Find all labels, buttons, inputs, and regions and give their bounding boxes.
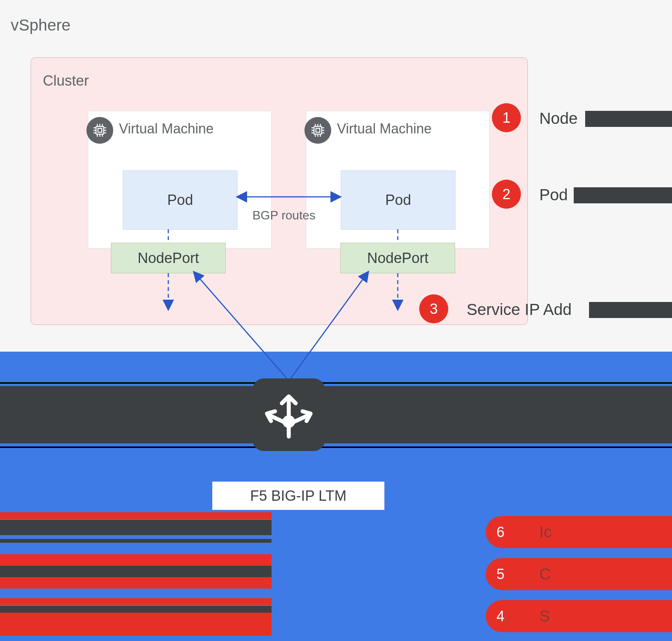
stripe	[0, 539, 272, 543]
badge-number: 6	[496, 524, 504, 540]
pod-box-2: Pod	[341, 170, 456, 230]
stripe	[0, 554, 272, 566]
svg-rect-14	[314, 127, 322, 134]
annotation-overlay	[589, 302, 672, 318]
annotation-badge-5: 5	[486, 560, 532, 589]
cluster-label: Cluster	[43, 73, 89, 89]
nodeport-box-1: NodePort	[111, 243, 226, 273]
svg-rect-15	[316, 128, 320, 132]
bgp-routes-label: BGP routes	[252, 208, 316, 222]
annotation-text-1: Node	[539, 109, 578, 128]
badge-number: 5	[496, 566, 504, 583]
divider	[0, 382, 672, 384]
svg-rect-1	[98, 128, 102, 132]
stripe	[0, 520, 272, 535]
stripe	[0, 566, 272, 577]
annotation-badge-6: 6	[486, 518, 532, 547]
load-balancer-label: F5 BIG-IP LTM	[212, 482, 384, 510]
annotation-badge-4: 4	[486, 602, 532, 631]
stripe	[0, 613, 272, 636]
cpu-chip-icon	[86, 117, 113, 144]
vsphere-label: vSphere	[11, 16, 70, 34]
stripe	[0, 606, 272, 613]
badge-number: 1	[502, 110, 510, 126]
nodeport-box-2: NodePort	[340, 243, 455, 273]
badge-number: 3	[430, 301, 438, 317]
cpu-chip-icon	[304, 117, 331, 144]
annotation-badge-1: 1	[492, 103, 521, 132]
stripe	[0, 512, 272, 519]
badge-number: 2	[502, 186, 510, 203]
annotation-text-4: S	[539, 607, 550, 625]
vm-box-2: Virtual Machine Pod	[306, 111, 490, 248]
annotation-overlay	[574, 187, 672, 203]
annotation-text-2: Pod	[539, 186, 568, 204]
diagram-canvas: vSphere Cluster Virtual Machine Pod Virt…	[0, 0, 672, 641]
vm-label-1: Virtual Machine	[119, 121, 213, 137]
annotation-overlay	[585, 111, 672, 127]
vm-box-1: Virtual Machine Pod	[88, 111, 272, 248]
vm-label-2: Virtual Machine	[337, 121, 431, 137]
annotation-badge-3: 3	[419, 294, 448, 323]
lb-band	[0, 386, 672, 443]
pod-box-1: Pod	[123, 170, 238, 230]
annotation-text-6: Ic	[539, 523, 552, 541]
annotation-text-3: Service IP Add	[467, 300, 572, 319]
load-balancer-icon	[252, 378, 325, 451]
annotation-text-5: C	[539, 565, 551, 583]
stripe	[0, 577, 272, 589]
annotation-badge-2: 2	[492, 180, 521, 209]
badge-number: 4	[496, 608, 504, 625]
divider	[0, 446, 672, 448]
stripe	[0, 598, 272, 605]
svg-rect-0	[96, 127, 104, 134]
